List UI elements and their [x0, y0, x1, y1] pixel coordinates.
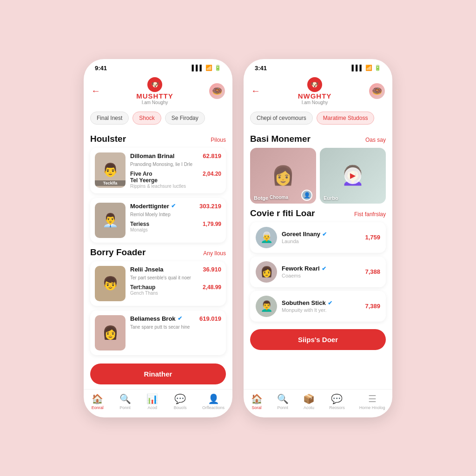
time-right: 3:41: [255, 65, 267, 72]
card-name-dilloman: Dilloman Brinal: [130, 152, 174, 159]
avatar-icon-left: 🍩: [212, 86, 222, 96]
card-beliamess-row: 👩 Beliamess Brok ✔ 619.019 Tane spare pu…: [95, 315, 221, 350]
signal-icon-right: ▌▌▌: [351, 65, 364, 71]
nav-menu-right[interactable]: ☰ Horne Hnolog: [359, 393, 385, 410]
card-price-mod1: 303.219: [199, 203, 221, 210]
list-item-fework[interactable]: 👩 Fework Rearl ✔ Coaems 7,388: [250, 257, 386, 287]
avatar-btn-left[interactable]: 🍩: [209, 83, 225, 99]
card-sub-left-mod: Teriess Monalgs: [130, 221, 149, 232]
logo-icon-right: 🐶: [307, 77, 322, 92]
card-relii-row: 👦 Relii Jnsela 36.910 Ter part seenble's…: [95, 266, 221, 301]
nav-search-label-right: Ponnt: [278, 405, 289, 410]
nav-activity-label-left: Acod: [147, 405, 157, 410]
media-person-icon: 👩: [271, 165, 295, 186]
status-icons-left: ▌▌▌ 📶 🔋: [192, 65, 221, 71]
nav-home-label-right: Soral: [252, 405, 262, 410]
card-price-bel1: 619.019: [199, 315, 221, 322]
section2-link-right[interactable]: Fist fanfrslay: [354, 211, 386, 218]
tab-se-firoday[interactable]: Se Firoday: [165, 112, 205, 125]
play-button[interactable]: ▶: [344, 167, 361, 184]
list-item-sobuthen[interactable]: 👨‍🦱 Sobuthen Stick ✔ Monpuity with lt ye…: [250, 291, 386, 322]
card-price-dilloman1: 62.819: [203, 152, 221, 159]
media-card-eurbo[interactable]: 👩‍🦱 ▶ Eurbo: [320, 148, 386, 204]
cta-button-right[interactable]: Siips's Doer: [250, 329, 386, 350]
tab-maratime[interactable]: Maratime Studoss: [317, 112, 375, 125]
battery-icon-left: 🔋: [214, 65, 221, 71]
list-avatar-goreet: 👨‍🦳: [256, 227, 277, 248]
nav-menu-label-right: Horne Hnolog: [359, 405, 385, 410]
list-info-fework: Fework Rearl ✔ Coaems: [282, 265, 360, 278]
logo-subtitle-left: I.am Noughy: [142, 100, 168, 105]
card-name-relii: Relii Jnsela: [130, 266, 164, 273]
card-sub-desc-mod: Monalgs: [130, 227, 149, 232]
card-desc-mod: Rerriol Moely Inttep: [130, 212, 171, 217]
name-price-row-1: Dilloman Brinal 62.819: [130, 152, 221, 159]
nav-resources-right[interactable]: 💬 Reosors: [329, 393, 345, 410]
cta-button-left[interactable]: Rinather: [90, 364, 226, 384]
section2-link-left[interactable]: Any llous: [203, 250, 226, 257]
back-button-right[interactable]: ←: [251, 86, 260, 96]
nav-activity-icon-left: 📊: [146, 393, 158, 404]
media-card-botge[interactable]: 👩 Botge 👤 Chooma: [250, 148, 316, 204]
card-desc-relii: Ter part seenble's qual it noer: [130, 275, 191, 280]
nav-home-left[interactable]: 🏠 Eonral: [92, 393, 104, 410]
back-button-left[interactable]: ←: [91, 86, 100, 96]
status-bar-right: 3:41 ▌▌▌ 📶 🔋: [244, 59, 392, 73]
media-grid: 👩 Botge 👤 Chooma 👩‍🦱 ▶ Eurbo: [250, 148, 386, 204]
section2-title-left: Borry Foader: [90, 247, 145, 258]
logo-subtitle-right: I.am Noughy: [302, 100, 328, 105]
card-sub-name-dilloman: Five Aro: [130, 171, 186, 177]
avatar-icon-right: 🍩: [372, 86, 382, 96]
card-relii[interactable]: 👦 Relii Jnsela 36.910 Ter part seenble's…: [90, 261, 226, 306]
bottom-nav-left: 🏠 Eonral 🔍 Ponnt 📊 Acod 💬 Bouols 👤 Orfle…: [84, 389, 232, 417]
phone-left: 9:41 ▌▌▌ 📶 🔋 ← 🐶 MUSHTTY I.am Noughy 🍩 F…: [84, 59, 232, 417]
card-name-moderttignter: Moderttignter ✔: [130, 203, 176, 210]
card-price-relii2: 2,48.99: [203, 284, 221, 296]
verified-sobuthen: ✔: [328, 300, 332, 306]
list-desc-fework: Coaems: [282, 273, 360, 278]
section1-title-left: Houlster: [90, 134, 126, 144]
nav-profile-label-left: Orfleactions: [202, 405, 225, 410]
nav-packages-right[interactable]: 📦 Acotu: [303, 393, 315, 410]
nav-search-left[interactable]: 🔍 Ponnt: [119, 393, 131, 410]
nav-resources-icon-right: 💬: [331, 393, 343, 404]
nav-messages-left[interactable]: 💬 Bouols: [174, 393, 187, 410]
nav-activity-left[interactable]: 📊 Acod: [146, 393, 158, 410]
nav-packages-icon-right: 📦: [303, 393, 315, 404]
card-moderttignter[interactable]: 👨‍💼 Moderttignter ✔ 303.219 Rerriol Moel…: [90, 198, 226, 243]
media-label-botge: Botge: [254, 195, 268, 201]
nav-profile-left[interactable]: 👤 Orfleactions: [202, 393, 225, 410]
tab-chepi[interactable]: Chepi of cevomours: [250, 112, 313, 125]
section1-link-left[interactable]: Pilous: [211, 137, 226, 143]
nav-search-icon-right: 🔍: [277, 393, 289, 404]
verified-goreet: ✔: [322, 231, 327, 238]
avatar-btn-right[interactable]: 🍩: [369, 83, 385, 99]
wifi-icon-left: 📶: [205, 65, 212, 71]
card-sub-row-mod: Teriess Monalgs 1,79.99: [130, 221, 221, 232]
name-price-row-4: Beliamess Brok ✔ 619.019: [130, 315, 221, 322]
card-sub-desc-dilloman: Rippins & leachsure luctles: [130, 184, 186, 189]
section2-header-left: Borry Foader Any llous: [90, 247, 226, 258]
nav-search-label-left: Ponnt: [119, 405, 131, 410]
card-sub-left-relii: Tert:haup Gench Thans: [130, 284, 158, 296]
card-info-dilloman: Dilloman Brinal 62.819 Pranoding Monosin…: [130, 152, 221, 189]
card-avatar-dilloman: 👨 Tecklfa: [95, 152, 126, 188]
tab-final-inest[interactable]: Final Inest: [90, 112, 129, 125]
card-sub-left-dilloman: Five Aro Tel Yeerge Rippins & leachsure …: [130, 171, 186, 189]
card-info-beliamess: Beliamess Brok ✔ 619.019 Tane spare putt…: [130, 315, 221, 331]
list-name-sobuthen: Sobuthen Stick ✔: [282, 299, 360, 306]
nav-search-right[interactable]: 🔍 Ponnt: [277, 393, 289, 410]
nav-home-right[interactable]: 🏠 Soral: [251, 393, 263, 410]
wifi-icon-right: 📶: [365, 65, 372, 71]
name-price-row-3: Relii Jnsela 36.910: [130, 266, 221, 273]
list-item-goreet[interactable]: 👨‍🦳 Goreet Ilnany ✔ Launda 1,759: [250, 222, 386, 253]
card-beliamess[interactable]: 👩 Beliamess Brok ✔ 619.019 Tane spare pu…: [90, 311, 226, 355]
section1-header-left: Houlster Pilous: [90, 134, 226, 144]
section1-link-right[interactable]: Oas say: [365, 137, 386, 143]
nav-messages-icon-left: 💬: [174, 393, 186, 404]
card-avatar-moderttignter: 👨‍💼: [95, 203, 126, 238]
tab-shock[interactable]: Shock: [132, 112, 161, 125]
card-sub-name2-dilloman: Tel Yeerge: [130, 177, 186, 184]
section2-title-right: Covie r fiti Loar: [250, 208, 315, 218]
card-dilloman[interactable]: 👨 Tecklfa Dilloman Brinal 62.819 Pranodi…: [90, 148, 226, 193]
